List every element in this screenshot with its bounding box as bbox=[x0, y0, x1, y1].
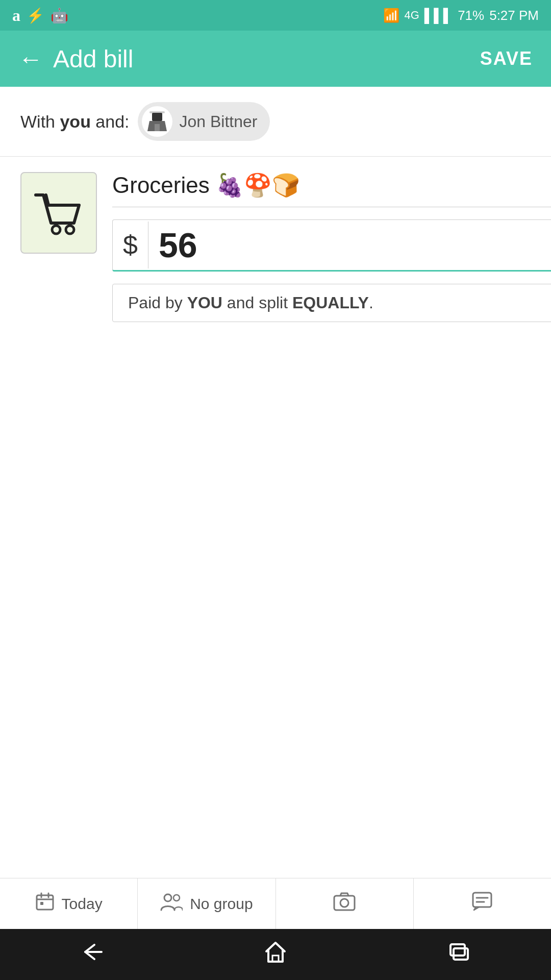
svg-point-6 bbox=[66, 226, 74, 234]
avatar-icon bbox=[144, 109, 170, 134]
status-bar-right: 📶 4G ▌▌▌ 71% 5:27 PM bbox=[383, 8, 539, 23]
person-name: Jon Bittner bbox=[180, 112, 258, 131]
with-row: With you and: Jon Bittner bbox=[0, 87, 551, 157]
svg-rect-1 bbox=[152, 113, 162, 121]
bill-title: Groceries bbox=[112, 173, 210, 198]
bottom-toolbar: Today No group bbox=[0, 878, 551, 929]
split-middle: and split bbox=[222, 293, 292, 312]
recents-nav-icon bbox=[447, 940, 471, 969]
split-prefix: Paid by bbox=[128, 293, 187, 312]
svg-point-13 bbox=[173, 895, 180, 901]
toolbar-camera[interactable] bbox=[276, 878, 414, 929]
status-bar: a ⚡ 🤖 📶 4G ▌▌▌ 71% 5:27 PM bbox=[0, 0, 551, 31]
split-you: YOU bbox=[187, 293, 222, 312]
svg-rect-14 bbox=[334, 896, 355, 910]
usb-icon: ⚡ bbox=[27, 7, 44, 24]
amazon-icon: a bbox=[12, 6, 20, 25]
battery-label: 71% bbox=[458, 8, 484, 23]
home-nav-icon bbox=[264, 940, 287, 969]
app-bar-left: ← Add bill bbox=[18, 45, 133, 73]
calendar-icon bbox=[35, 892, 55, 916]
bill-details: Groceries 🍇🍄🍞 $ Paid by YOU and split EQ… bbox=[112, 172, 551, 322]
bill-category-icon[interactable] bbox=[20, 172, 97, 254]
split-info[interactable]: Paid by YOU and split EQUALLY. bbox=[112, 284, 551, 322]
toolbar-note[interactable] bbox=[414, 878, 551, 929]
svg-rect-11 bbox=[40, 902, 43, 905]
amount-input[interactable] bbox=[148, 220, 551, 270]
status-bar-left: a ⚡ 🤖 bbox=[12, 6, 68, 25]
svg-rect-3 bbox=[155, 124, 160, 131]
amount-row[interactable]: $ bbox=[112, 219, 551, 272]
page-title: Add bill bbox=[53, 45, 133, 73]
bill-emojis: 🍇🍄🍞 bbox=[216, 172, 300, 199]
toolbar-date-label: Today bbox=[62, 895, 103, 913]
svg-rect-7 bbox=[37, 895, 53, 910]
wifi-icon: 📶 bbox=[383, 8, 399, 23]
split-equally: EQUALLY bbox=[292, 293, 369, 312]
android-icon: 🤖 bbox=[51, 7, 68, 24]
toolbar-date[interactable]: Today bbox=[0, 878, 138, 929]
toolbar-group-label: No group bbox=[190, 895, 253, 913]
back-button[interactable]: ← bbox=[18, 45, 43, 73]
person-chip[interactable]: Jon Bittner bbox=[138, 102, 270, 141]
you-label: you bbox=[60, 112, 90, 131]
content-area: With you and: Jon Bittner bbox=[0, 87, 551, 337]
app-bar: ← Add bill SAVE bbox=[0, 31, 551, 87]
with-label: With you and: bbox=[20, 112, 130, 132]
cart-svg bbox=[33, 190, 84, 236]
bill-title-row[interactable]: Groceries 🍇🍄🍞 bbox=[112, 172, 551, 207]
svg-point-12 bbox=[164, 894, 171, 901]
people-icon bbox=[160, 892, 183, 916]
and-label: and: bbox=[91, 112, 130, 131]
bill-section: Groceries 🍇🍄🍞 $ Paid by YOU and split EQ… bbox=[0, 157, 551, 337]
toolbar-group[interactable]: No group bbox=[138, 878, 276, 929]
split-end: . bbox=[369, 293, 373, 312]
svg-point-15 bbox=[340, 899, 348, 907]
person-avatar bbox=[142, 106, 172, 137]
back-nav-icon bbox=[79, 941, 105, 968]
time-label: 5:27 PM bbox=[489, 8, 539, 23]
svg-rect-16 bbox=[473, 893, 491, 907]
back-nav-button[interactable] bbox=[71, 934, 112, 975]
nav-bar bbox=[0, 929, 551, 980]
svg-point-5 bbox=[52, 226, 60, 234]
camera-icon bbox=[333, 892, 356, 916]
recents-nav-button[interactable] bbox=[439, 934, 480, 975]
signal-icon: ▌▌▌ bbox=[424, 8, 453, 23]
home-nav-button[interactable] bbox=[255, 934, 296, 975]
comment-icon bbox=[472, 892, 492, 916]
save-button[interactable]: SAVE bbox=[480, 48, 533, 69]
network-label: 4G bbox=[405, 9, 419, 22]
currency-symbol: $ bbox=[113, 222, 148, 268]
